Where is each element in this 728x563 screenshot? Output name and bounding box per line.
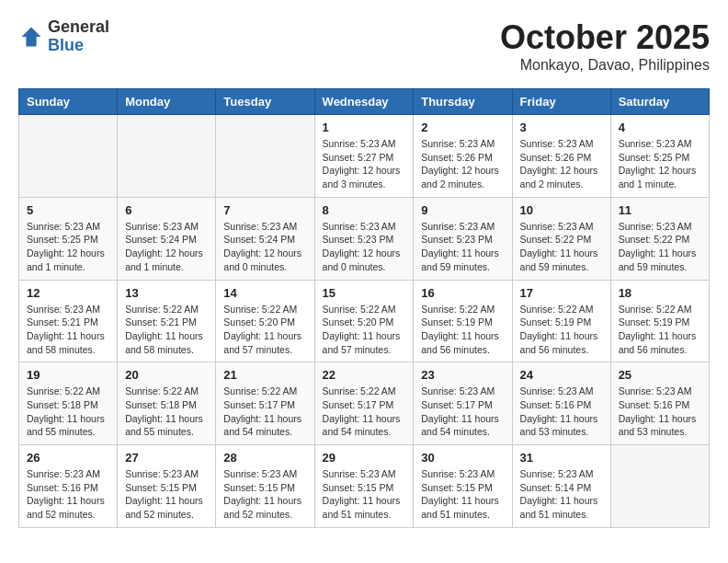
week-row-2: 5Sunrise: 5:23 AM Sunset: 5:25 PM Daylig… [19, 197, 710, 280]
day-cell: 6Sunrise: 5:23 AM Sunset: 5:24 PM Daylig… [118, 197, 216, 280]
day-cell: 13Sunrise: 5:22 AM Sunset: 5:21 PM Dayli… [118, 280, 216, 362]
day-info: Sunrise: 5:23 AM Sunset: 5:26 PM Dayligh… [520, 137, 603, 191]
day-info: Sunrise: 5:23 AM Sunset: 5:21 PM Dayligh… [27, 303, 109, 357]
day-number: 2 [421, 121, 504, 134]
calendar-title: October 2025 [500, 18, 710, 57]
day-info: Sunrise: 5:23 AM Sunset: 5:16 PM Dayligh… [619, 385, 701, 439]
day-number: 11 [619, 203, 701, 217]
logo-general-text: General [48, 18, 109, 37]
day-cell: 9Sunrise: 5:23 AM Sunset: 5:23 PM Daylig… [414, 197, 512, 280]
day-number: 1 [323, 121, 406, 134]
day-number: 7 [223, 203, 306, 217]
week-row-3: 12Sunrise: 5:23 AM Sunset: 5:21 PM Dayli… [19, 280, 710, 362]
day-cell: 20Sunrise: 5:22 AM Sunset: 5:18 PM Dayli… [118, 362, 216, 445]
day-info: Sunrise: 5:22 AM Sunset: 5:19 PM Dayligh… [520, 303, 603, 357]
day-number: 20 [125, 368, 208, 382]
day-cell: 11Sunrise: 5:23 AM Sunset: 5:22 PM Dayli… [610, 197, 709, 280]
day-cell: 14Sunrise: 5:22 AM Sunset: 5:20 PM Dayli… [216, 280, 314, 362]
calendar-location: Monkayo, Davao, Philippines [500, 57, 710, 74]
weekday-header-thursday: Thursday [414, 89, 512, 115]
day-info: Sunrise: 5:23 AM Sunset: 5:23 PM Dayligh… [421, 220, 504, 274]
day-number: 24 [520, 368, 603, 382]
day-info: Sunrise: 5:23 AM Sunset: 5:15 PM Dayligh… [125, 467, 208, 522]
weekday-header-tuesday: Tuesday [216, 89, 314, 115]
day-info: Sunrise: 5:23 AM Sunset: 5:16 PM Dayligh… [27, 467, 109, 522]
day-cell: 12Sunrise: 5:23 AM Sunset: 5:21 PM Dayli… [19, 280, 118, 362]
week-row-4: 19Sunrise: 5:22 AM Sunset: 5:18 PM Dayli… [19, 362, 710, 445]
day-info: Sunrise: 5:22 AM Sunset: 5:19 PM Dayligh… [421, 303, 504, 357]
day-cell: 25Sunrise: 5:23 AM Sunset: 5:16 PM Dayli… [610, 362, 709, 445]
day-info: Sunrise: 5:22 AM Sunset: 5:19 PM Dayligh… [619, 303, 701, 357]
day-cell: 4Sunrise: 5:23 AM Sunset: 5:25 PM Daylig… [610, 115, 709, 198]
day-number: 3 [520, 121, 603, 134]
day-cell: 29Sunrise: 5:23 AM Sunset: 5:15 PM Dayli… [314, 445, 414, 528]
day-number: 21 [223, 368, 306, 382]
logo: General Blue [18, 18, 109, 55]
day-cell: 30Sunrise: 5:23 AM Sunset: 5:15 PM Dayli… [414, 445, 512, 528]
day-number: 4 [619, 121, 701, 134]
day-cell: 24Sunrise: 5:23 AM Sunset: 5:16 PM Dayli… [512, 362, 610, 445]
day-cell [216, 115, 314, 198]
day-cell: 23Sunrise: 5:23 AM Sunset: 5:17 PM Dayli… [414, 362, 512, 445]
day-cell: 8Sunrise: 5:23 AM Sunset: 5:23 PM Daylig… [314, 197, 414, 280]
day-cell: 17Sunrise: 5:22 AM Sunset: 5:19 PM Dayli… [512, 280, 610, 362]
day-cell [610, 445, 709, 528]
day-info: Sunrise: 5:23 AM Sunset: 5:16 PM Dayligh… [520, 385, 603, 439]
day-cell: 15Sunrise: 5:22 AM Sunset: 5:20 PM Dayli… [314, 280, 414, 362]
day-info: Sunrise: 5:23 AM Sunset: 5:17 PM Dayligh… [421, 385, 504, 439]
day-number: 6 [125, 203, 208, 217]
week-row-5: 26Sunrise: 5:23 AM Sunset: 5:16 PM Dayli… [19, 445, 710, 528]
weekday-header-sunday: Sunday [19, 89, 118, 115]
day-info: Sunrise: 5:23 AM Sunset: 5:22 PM Dayligh… [619, 220, 701, 274]
day-number: 10 [520, 203, 603, 217]
day-cell: 28Sunrise: 5:23 AM Sunset: 5:15 PM Dayli… [216, 445, 314, 528]
day-cell: 31Sunrise: 5:23 AM Sunset: 5:14 PM Dayli… [512, 445, 610, 528]
day-number: 23 [421, 368, 504, 382]
day-cell: 5Sunrise: 5:23 AM Sunset: 5:25 PM Daylig… [19, 197, 118, 280]
day-number: 30 [421, 451, 504, 465]
day-info: Sunrise: 5:23 AM Sunset: 5:25 PM Dayligh… [27, 220, 109, 274]
day-cell: 22Sunrise: 5:22 AM Sunset: 5:17 PM Dayli… [314, 362, 414, 445]
day-info: Sunrise: 5:23 AM Sunset: 5:22 PM Dayligh… [520, 220, 603, 274]
day-number: 17 [520, 286, 603, 300]
day-info: Sunrise: 5:23 AM Sunset: 5:25 PM Dayligh… [619, 137, 701, 191]
week-row-1: 1Sunrise: 5:23 AM Sunset: 5:27 PM Daylig… [19, 115, 710, 198]
logo-text: General Blue [48, 18, 109, 55]
day-cell [19, 115, 118, 198]
day-info: Sunrise: 5:23 AM Sunset: 5:23 PM Dayligh… [323, 220, 406, 274]
day-number: 26 [27, 451, 109, 465]
day-number: 16 [421, 286, 504, 300]
weekday-header-wednesday: Wednesday [314, 89, 414, 115]
day-number: 14 [223, 286, 306, 300]
day-number: 12 [27, 286, 109, 300]
day-number: 25 [619, 368, 701, 382]
day-info: Sunrise: 5:22 AM Sunset: 5:20 PM Dayligh… [223, 303, 306, 357]
day-number: 28 [223, 451, 306, 465]
day-info: Sunrise: 5:22 AM Sunset: 5:17 PM Dayligh… [323, 385, 406, 439]
day-cell: 18Sunrise: 5:22 AM Sunset: 5:19 PM Dayli… [610, 280, 709, 362]
day-info: Sunrise: 5:23 AM Sunset: 5:14 PM Dayligh… [520, 467, 603, 522]
day-number: 29 [323, 451, 406, 465]
day-number: 22 [323, 368, 406, 382]
logo-blue-text: Blue [48, 37, 109, 55]
day-number: 9 [421, 203, 504, 217]
day-info: Sunrise: 5:22 AM Sunset: 5:17 PM Dayligh… [223, 385, 306, 439]
day-info: Sunrise: 5:23 AM Sunset: 5:26 PM Dayligh… [421, 137, 504, 191]
day-cell: 7Sunrise: 5:23 AM Sunset: 5:24 PM Daylig… [216, 197, 314, 280]
day-cell: 1Sunrise: 5:23 AM Sunset: 5:27 PM Daylig… [314, 115, 414, 198]
day-cell: 2Sunrise: 5:23 AM Sunset: 5:26 PM Daylig… [414, 115, 512, 198]
day-number: 15 [323, 286, 406, 300]
day-number: 5 [27, 203, 109, 217]
weekday-header-monday: Monday [118, 89, 216, 115]
day-number: 31 [520, 451, 603, 465]
day-cell: 16Sunrise: 5:22 AM Sunset: 5:19 PM Dayli… [414, 280, 512, 362]
day-number: 13 [125, 286, 208, 300]
calendar-table: SundayMondayTuesdayWednesdayThursdayFrid… [18, 88, 710, 528]
day-info: Sunrise: 5:22 AM Sunset: 5:20 PM Dayligh… [323, 303, 406, 357]
day-cell: 26Sunrise: 5:23 AM Sunset: 5:16 PM Dayli… [19, 445, 118, 528]
weekday-header-friday: Friday [512, 89, 610, 115]
title-block: October 2025 Monkayo, Davao, Philippines [500, 18, 710, 74]
day-number: 8 [323, 203, 406, 217]
day-info: Sunrise: 5:23 AM Sunset: 5:24 PM Dayligh… [223, 220, 306, 274]
day-cell: 3Sunrise: 5:23 AM Sunset: 5:26 PM Daylig… [512, 115, 610, 198]
